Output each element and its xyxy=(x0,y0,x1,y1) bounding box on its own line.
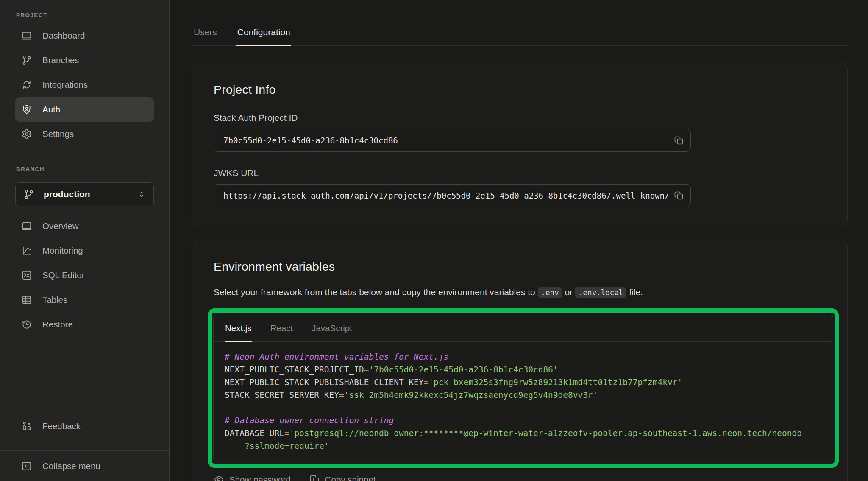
branch-selector-value: production xyxy=(44,189,128,199)
env-snippet-panel: Next.js React JavaScript # Neon Auth env… xyxy=(213,314,833,462)
code-var: NEXT_PUBLIC_STACK_PROJECT_ID xyxy=(225,365,364,375)
app-window: PROJECT Dashboard Branches Integrations … xyxy=(0,0,868,481)
sql-terminal-icon xyxy=(21,270,32,281)
show-password-label: Show password xyxy=(229,475,291,481)
collapse-menu-button[interactable]: Collapse menu xyxy=(21,461,100,472)
environment-variables-description: Select your framework from the tabs belo… xyxy=(214,287,827,297)
copy-project-id-button[interactable] xyxy=(673,134,685,147)
environment-variables-title: Environment variables xyxy=(214,260,827,274)
sidebar-spacer xyxy=(0,337,169,414)
sidebar-item-monitoring[interactable]: Monitoring xyxy=(15,238,154,263)
code-line: ?sslmode=require' xyxy=(225,440,822,453)
sidebar-item-label: SQL Editor xyxy=(42,270,85,280)
main-content: Users Configuration Project Info Stack A… xyxy=(170,0,868,481)
code-line: STACK_SECRET_SERVER_KEY='ssk_2m5h4emk92k… xyxy=(225,389,822,402)
environment-variables-card: Environment variables Select your framew… xyxy=(193,240,848,481)
jwks-url-value: https://api.stack-auth.com/api/v1/projec… xyxy=(223,191,668,200)
code-line: # Neon Auth environment variables for Ne… xyxy=(225,351,822,364)
jwks-url-label: JWKS URL xyxy=(214,168,827,178)
copy-snippet-button[interactable]: Copy snippet xyxy=(309,474,376,481)
stack-auth-project-id-value: 7b0c55d0-2e15-45d0-a236-8b1c4c30cd86 xyxy=(223,136,668,145)
sidebar-item-label: Dashboard xyxy=(42,31,85,41)
git-branch-icon xyxy=(21,55,32,66)
code-var: DATABASE_URL xyxy=(225,428,284,438)
page-tabs: Users Configuration xyxy=(193,27,848,46)
sidebar-item-branches[interactable]: Branches xyxy=(15,48,154,73)
dashboard-icon xyxy=(21,30,32,41)
code-line: NEXT_PUBLIC_STACK_PROJECT_ID='7b0c55d0-2… xyxy=(225,364,822,376)
sidebar-item-tables[interactable]: Tables xyxy=(15,288,154,312)
code-string: 'pck_bxem325s3fng9rw5z89213k1md4tt01tz1b… xyxy=(428,378,682,387)
history-clock-icon xyxy=(21,319,32,330)
monitoring-chart-icon xyxy=(21,245,32,256)
tab-react[interactable]: React xyxy=(270,314,294,342)
sidebar: PROJECT Dashboard Branches Integrations … xyxy=(0,0,170,481)
code-var: NEXT_PUBLIC_STACK_PUBLISHABLE_CLIENT_KEY xyxy=(225,378,424,387)
code-comment: # Neon Auth environment variables for Ne… xyxy=(225,352,448,362)
sidebar-item-auth[interactable]: Auth xyxy=(15,97,154,122)
integrations-icon xyxy=(21,79,32,90)
code-var: STACK_SECRET_SERVER_KEY xyxy=(225,390,339,400)
copy-jwks-url-button[interactable] xyxy=(673,189,685,202)
sidebar-item-integrations[interactable]: Integrations xyxy=(15,73,154,97)
sidebar-item-dashboard[interactable]: Dashboard xyxy=(15,23,154,48)
branch-selector[interactable]: production xyxy=(15,182,154,206)
sidebar-item-settings[interactable]: Settings xyxy=(15,122,154,146)
overview-icon xyxy=(21,221,32,232)
show-password-button[interactable]: Show password xyxy=(214,474,291,481)
copy-icon xyxy=(674,190,684,201)
sidebar-item-label: Tables xyxy=(42,295,67,305)
sidebar-item-restore[interactable]: Restore xyxy=(15,312,154,337)
sidebar-item-label: Feedback xyxy=(42,421,81,431)
copy-icon xyxy=(674,135,684,145)
sidebar-item-overview[interactable]: Overview xyxy=(15,214,154,238)
project-info-title: Project Info xyxy=(214,83,827,97)
feedback-people-icon xyxy=(21,421,32,432)
code-operator: = xyxy=(364,365,369,375)
up-down-chevrons-icon xyxy=(137,190,146,199)
snippet-actions: Show password Copy snippet xyxy=(214,474,827,481)
desc-text: Select your framework from the tabs belo… xyxy=(214,287,538,297)
stack-auth-project-id-label: Stack Auth Project ID xyxy=(214,113,827,123)
env-file-chip: .env xyxy=(538,287,562,298)
code-line: # Database owner connection string xyxy=(225,414,822,427)
git-branch-icon xyxy=(23,189,34,200)
code-operator: = xyxy=(424,378,429,387)
copy-snippet-label: Copy snippet xyxy=(325,475,376,481)
copy-icon xyxy=(309,474,320,481)
code-string: ?sslmode=require' xyxy=(225,441,329,451)
code-comment: # Database owner connection string xyxy=(225,416,394,425)
stack-auth-project-id-field[interactable]: 7b0c55d0-2e15-45d0-a236-8b1c4c30cd86 xyxy=(214,129,691,152)
code-line-blank xyxy=(225,402,822,414)
sidebar-item-label: Branches xyxy=(42,55,79,65)
gear-icon xyxy=(21,129,32,140)
code-string: 'postgresql://neondb_owner:********@ep-w… xyxy=(289,428,802,438)
tab-configuration[interactable]: Configuration xyxy=(236,27,291,46)
sidebar-item-sql-editor[interactable]: SQL Editor xyxy=(15,263,154,288)
project-info-card: Project Info Stack Auth Project ID 7b0c5… xyxy=(193,63,848,227)
sidebar-item-label: Auth xyxy=(42,104,60,115)
panel-collapse-left-icon xyxy=(21,461,32,472)
code-operator: = xyxy=(339,390,344,400)
feedback-group: Feedback xyxy=(0,414,169,439)
tab-nextjs[interactable]: Next.js xyxy=(225,314,252,342)
sidebar-scroll-area: PROJECT Dashboard Branches Integrations … xyxy=(0,0,169,450)
desc-text: file: xyxy=(626,287,643,297)
env-code-block[interactable]: # Neon Auth environment variables for Ne… xyxy=(214,342,833,462)
sidebar-item-label: Restore xyxy=(42,319,73,330)
tab-javascript[interactable]: JavaScript xyxy=(311,314,353,342)
project-nav-group: Dashboard Branches Integrations Auth Set… xyxy=(0,23,169,146)
desc-text: or xyxy=(562,287,575,297)
jwks-url-field[interactable]: https://api.stack-auth.com/api/v1/projec… xyxy=(214,184,691,207)
code-line: DATABASE_URL='postgresql://neondb_owner:… xyxy=(225,427,822,440)
code-string: 'ssk_2m5h4emk92kkexc54jz7wqzsaenycd9eg5v… xyxy=(344,390,598,400)
sidebar-item-feedback[interactable]: Feedback xyxy=(15,414,154,439)
table-grid-icon xyxy=(21,294,32,305)
sidebar-item-label: Monitoring xyxy=(42,246,83,256)
sidebar-item-label: Overview xyxy=(42,221,78,231)
annotation-highlight-box: Next.js React JavaScript # Neon Auth env… xyxy=(208,308,839,468)
collapse-menu-row: Collapse menu xyxy=(0,450,169,481)
tab-users[interactable]: Users xyxy=(193,27,218,46)
eye-icon xyxy=(214,474,224,481)
code-line: NEXT_PUBLIC_STACK_PUBLISHABLE_CLIENT_KEY… xyxy=(225,376,822,389)
